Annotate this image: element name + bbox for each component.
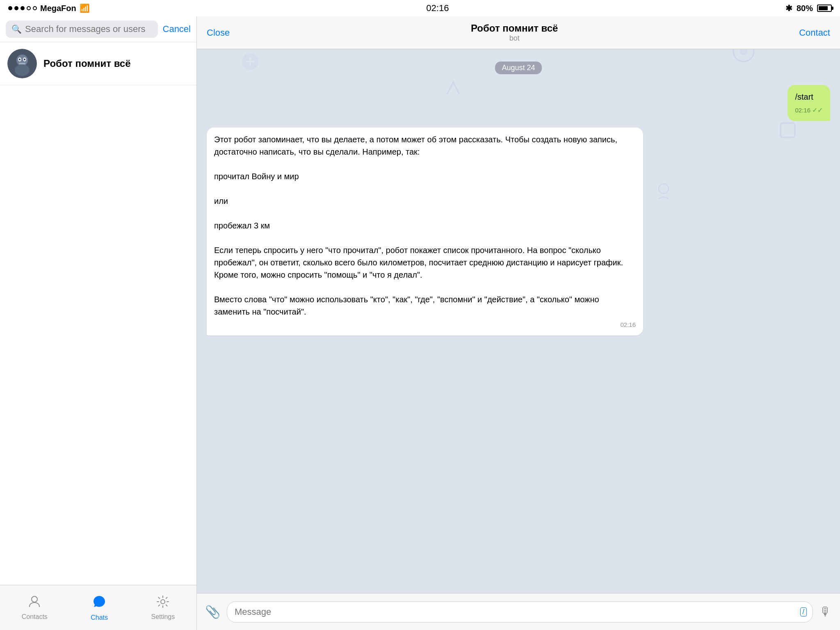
incoming-timestamp: 02:16 (620, 320, 636, 330)
chat-header: Close Робот помнит всё bot Contact (197, 16, 840, 49)
dot2 (14, 6, 18, 10)
battery-percent: 80% (797, 4, 813, 13)
outgoing-bubble: /start 02:16 ✓✓ (788, 85, 830, 121)
gear-icon (156, 595, 169, 612)
incoming-time: 02:16 (214, 320, 636, 330)
svg-rect-6 (19, 63, 25, 64)
main-area: 🔍 Cancel (0, 16, 840, 630)
attach-button[interactable]: 📎 (205, 605, 220, 619)
date-separator: August 24 (207, 62, 830, 74)
messages-area: August 24 /start 02:16 ✓✓ Этот робот зап… (197, 49, 840, 593)
signal-dots (8, 6, 37, 10)
bluetooth-icon: ✱ (785, 3, 792, 13)
chat-icon (92, 594, 107, 612)
status-right: ✱ 80% (785, 3, 832, 13)
chat-list: Робот помнит всё (0, 42, 196, 585)
chat-subtitle: bot (471, 34, 558, 43)
wifi-icon: 📶 (80, 3, 90, 13)
incoming-bubble: Этот робот запоминает, что вы делаете, а… (207, 128, 643, 336)
close-button[interactable]: Close (207, 27, 230, 38)
left-panel: 🔍 Cancel (0, 16, 197, 630)
svg-point-8 (32, 596, 37, 602)
search-input-wrap[interactable]: 🔍 (6, 21, 158, 38)
contact-button[interactable]: Contact (799, 27, 830, 38)
dot1 (8, 6, 12, 10)
status-time: 02:16 (426, 3, 449, 14)
nav-label-contacts: Contacts (22, 613, 48, 621)
incoming-text: Этот робот запоминает, что вы делаете, а… (214, 133, 636, 318)
svg-point-7 (15, 64, 30, 76)
dot4 (27, 6, 31, 10)
outgoing-timestamp: 02:16 (795, 106, 810, 115)
right-panel: Close Робот помнит всё bot Contact Augus… (197, 16, 840, 630)
battery-icon (817, 5, 832, 12)
svg-point-9 (161, 600, 165, 604)
avatar (7, 49, 37, 78)
search-input[interactable] (25, 24, 152, 34)
chat-item[interactable]: Робот помнит всё (0, 42, 196, 85)
svg-point-5 (24, 59, 25, 60)
chat-name: Робот помнит всё (43, 58, 131, 69)
nav-label-chats: Chats (91, 614, 108, 621)
battery-fill (819, 6, 828, 10)
bottom-nav: Contacts Chats Settings (0, 585, 196, 630)
outgoing-text: /start (795, 91, 823, 103)
person-icon (28, 595, 41, 612)
dot3 (21, 6, 25, 10)
carrier-name: MegaFon (40, 4, 76, 13)
message-input[interactable] (235, 607, 792, 617)
nav-label-settings: Settings (151, 613, 175, 621)
checkmarks-icon: ✓✓ (812, 105, 823, 115)
outgoing-time: 02:16 ✓✓ (795, 105, 823, 115)
microphone-button[interactable]: 🎙 (819, 605, 832, 619)
shortcut-icon: / (800, 607, 807, 616)
chat-title: Робот помнит всё (471, 23, 558, 34)
nav-item-chats[interactable]: Chats (82, 591, 116, 625)
status-bar: MegaFon 📶 02:16 ✱ 80% (0, 0, 840, 16)
nav-item-contacts[interactable]: Contacts (14, 592, 56, 624)
chat-header-center: Робот помнит всё bot (471, 23, 558, 43)
search-icon: 🔍 (11, 24, 22, 34)
input-bar: 📎 / 🎙 (197, 593, 840, 630)
message-input-wrap[interactable]: / (227, 601, 813, 623)
search-bar: 🔍 Cancel (0, 16, 196, 42)
incoming-message-row: Этот робот запоминает, что вы делаете, а… (207, 128, 830, 336)
date-badge: August 24 (495, 62, 541, 74)
dot5 (33, 6, 37, 10)
outgoing-message-row: /start 02:16 ✓✓ (207, 85, 830, 121)
status-left: MegaFon 📶 (8, 3, 90, 13)
nav-item-settings[interactable]: Settings (143, 592, 183, 624)
svg-point-4 (19, 59, 21, 60)
cancel-button[interactable]: Cancel (163, 24, 191, 34)
